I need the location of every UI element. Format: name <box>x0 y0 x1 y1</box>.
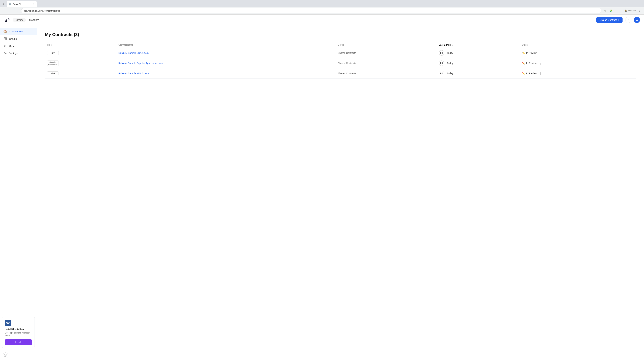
app-wrapper: Review Moodjoy Upload Contract ↑ ? LD 🏠 … <box>0 14 644 362</box>
row-more-button[interactable]: ⋮ <box>538 71 544 76</box>
contracts-table: Type Contract Name Group Last Edited ↑ <box>45 42 636 79</box>
svg-rect-2 <box>5 37 6 39</box>
contract-name-cell: Robin AI Sample NDA 1.docx <box>116 48 336 58</box>
editor-initials: LD <box>439 60 444 66</box>
new-tab-button[interactable]: + <box>38 2 42 6</box>
group-text: Shared Contracts <box>338 72 356 75</box>
col-last-edited[interactable]: Last Edited ↑ <box>437 42 520 48</box>
type-badge: SupplierAgreement <box>47 60 59 66</box>
group-text: Shared Contracts <box>338 62 356 64</box>
type-badge: NDA <box>47 51 59 55</box>
last-edited-time: Today <box>447 62 453 64</box>
table-row: NDA Robin AI Sample NDA 2.docx Shared Co… <box>45 68 636 79</box>
stage-icon: ✏️ <box>522 52 525 54</box>
forward-button[interactable]: → <box>8 8 14 13</box>
reload-button[interactable]: ↻ <box>15 8 20 13</box>
contract-link[interactable]: Robin AI Sample NDA 2.docx <box>118 72 149 75</box>
contract-name-cell: Robin AI Sample Supplier Agreement.docx <box>116 58 336 68</box>
user-avatar[interactable]: LD <box>634 17 640 23</box>
nav-controls: ▼ <box>1 2 6 6</box>
stage-icon: ✏️ <box>522 62 525 64</box>
main-content: 🏠 Contract Hub Groups <box>0 25 644 362</box>
extensions-button[interactable]: 🧩 <box>608 8 613 13</box>
sidebar: 🏠 Contract Hub Groups <box>0 25 37 362</box>
last-edited-time: Today <box>447 72 453 75</box>
incognito-indicator: 🕵 Incognito <box>625 9 636 12</box>
incognito-label: Incognito <box>628 9 636 12</box>
col-type: Type <box>45 42 116 48</box>
bookmark-button[interactable]: ☆ <box>603 8 608 13</box>
install-addin-button[interactable]: Install <box>5 339 32 345</box>
group-text: Shared Contracts <box>338 52 356 54</box>
word-icon: W <box>5 320 12 326</box>
help-button[interactable]: ? <box>625 17 631 23</box>
chat-icon: 💬 <box>4 354 7 357</box>
group-cell: Shared Contracts <box>336 48 437 58</box>
group-cell: Shared Contracts <box>336 68 437 79</box>
sidebar-label-settings: Settings <box>9 52 18 55</box>
last-edited-cell: LD Today <box>437 68 520 79</box>
stage-cell: ✏️ In Review ⋮ <box>520 48 636 58</box>
svg-point-6 <box>5 53 6 54</box>
addins-title: Install the Add-in <box>5 328 32 331</box>
sidebar-item-groups[interactable]: Groups <box>0 35 37 42</box>
svg-text:W: W <box>6 321 10 325</box>
stage-icon: ✏️ <box>522 72 525 75</box>
stage-label: In Review <box>526 72 536 75</box>
groups-icon <box>3 37 7 40</box>
row-more-button[interactable]: ⋮ <box>538 50 544 55</box>
upload-icon: ↑ <box>618 18 619 21</box>
sidebar-item-contract-hub[interactable]: 🏠 Contract Hub <box>0 28 37 35</box>
last-edited-time: Today <box>447 52 453 54</box>
back-button[interactable]: ← <box>2 8 7 13</box>
svg-point-5 <box>5 45 6 46</box>
svg-rect-3 <box>4 39 5 40</box>
browser-menu-button[interactable]: ⋮ <box>637 8 642 13</box>
sort-icon: ↑ <box>452 44 453 46</box>
tab-bar: ▼ 🤖 Robin AI ✕ + <box>0 0 644 7</box>
tab-title: Robin AI <box>13 3 30 5</box>
type-cell: SupplierAgreement <box>45 58 116 68</box>
group-cell: Shared Contracts <box>336 58 437 68</box>
col-group: Group <box>336 42 437 48</box>
url-bar[interactable]: app.robinai.co.uk/review/contract-hub <box>21 8 602 13</box>
contract-link[interactable]: Robin AI Sample NDA 1.docx <box>118 52 149 54</box>
row-more-button[interactable]: ⋮ <box>538 61 544 66</box>
page-title: My Contracts (3) <box>45 32 636 37</box>
svg-rect-1 <box>4 37 5 39</box>
sidebar-item-users[interactable]: Users <box>0 42 37 49</box>
address-bar: ← → ↻ app.robinai.co.uk/review/contract-… <box>0 7 644 14</box>
contract-link[interactable]: Robin AI Sample Supplier Agreement.docx <box>118 62 163 64</box>
col-stage: Stage <box>520 42 636 48</box>
stage-label: In Review <box>526 62 536 64</box>
divider <box>615 9 615 12</box>
sidebar-label-contract-hub: Contract Hub <box>9 30 23 33</box>
stage-cell: ✏️ In Review ⋮ <box>520 58 636 68</box>
download-button[interactable]: ⬇ <box>617 8 621 13</box>
tab-close-button[interactable]: ✕ <box>32 2 35 5</box>
last-edited-cell: LD Today <box>437 58 520 68</box>
type-cell: NDA <box>45 68 116 79</box>
app-header: Review Moodjoy Upload Contract ↑ ? LD <box>0 14 644 25</box>
stage-label: In Review <box>526 52 536 54</box>
col-name: Contract Name <box>116 42 336 48</box>
stage-cell: ✏️ In Review ⋮ <box>520 68 636 79</box>
browser-actions: ☆ 🧩 ⬇ 🕵 Incognito ⋮ <box>603 8 642 13</box>
sidebar-item-settings[interactable]: Settings <box>0 50 37 57</box>
tab-menu-button[interactable]: ▼ <box>1 2 6 6</box>
tab-favicon-icon: 🤖 <box>9 3 12 5</box>
chat-button[interactable]: 💬 <box>3 353 8 358</box>
contract-name-cell: Robin AI Sample NDA 2.docx <box>116 68 336 79</box>
home-icon: 🏠 <box>3 30 7 33</box>
table-row: SupplierAgreement Robin AI Sample Suppli… <box>45 58 636 68</box>
active-tab[interactable]: 🤖 Robin AI ✕ <box>7 1 37 7</box>
addins-description: Get Reports within Microsoft Word! <box>5 332 32 337</box>
editor-initials: LD <box>439 50 444 56</box>
review-badge: Review <box>13 18 26 22</box>
sidebar-spacer <box>0 57 37 314</box>
type-cell: NDA <box>45 48 116 58</box>
page-content: My Contracts (3) Type Contract Name Grou… <box>37 25 644 362</box>
upload-contract-button[interactable]: Upload Contract ↑ <box>596 17 622 23</box>
logo <box>4 17 10 23</box>
browser-chrome: ▼ 🤖 Robin AI ✕ + ← → ↻ app.robinai.co.uk… <box>0 0 644 14</box>
